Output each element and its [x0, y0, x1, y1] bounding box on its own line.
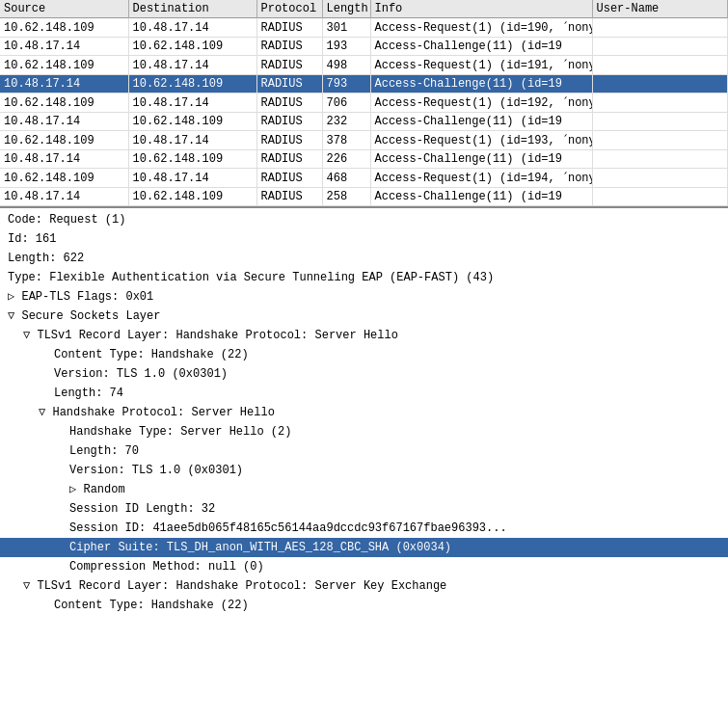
detail-line[interactable]: ▽ Secure Sockets Layer — [0, 307, 728, 326]
detail-line: Handshake Type: Server Hello (2) — [0, 422, 728, 441]
detail-line: Code: Request (1) — [0, 210, 728, 229]
table-row[interactable]: 10.48.17.1410.62.148.109RADIUS226Access-… — [0, 150, 728, 169]
detail-line: Content Type: Handshake (22) — [0, 596, 728, 615]
detail-line: Length: 74 — [0, 384, 728, 403]
detail-line[interactable]: ▷ Random — [0, 480, 728, 499]
detail-line: Version: TLS 1.0 (0x0301) — [0, 461, 728, 480]
col-header-info[interactable]: Info — [370, 0, 592, 18]
detail-line: Length: 622 — [0, 249, 728, 268]
detail-line: Content Type: Handshake (22) — [0, 345, 728, 364]
col-header-username[interactable]: User-Name — [592, 0, 728, 18]
detail-pane: Code: Request (1)Id: 161Length: 622Type:… — [0, 206, 728, 617]
col-header-protocol[interactable]: Protocol — [256, 0, 322, 18]
detail-line[interactable]: ▽ TLSv1 Record Layer: Handshake Protocol… — [0, 326, 728, 345]
detail-line: Cipher Suite: TLS_DH_anon_WITH_AES_128_C… — [0, 538, 728, 557]
col-header-dest[interactable]: Destination — [128, 0, 256, 18]
detail-line: Type: Flexible Authentication via Secure… — [0, 268, 728, 287]
detail-line[interactable]: ▷ EAP-TLS Flags: 0x01 — [0, 287, 728, 307]
table-row[interactable]: 10.48.17.1410.62.148.109RADIUS232Access-… — [0, 113, 728, 131]
detail-line: Compression Method: null (0) — [0, 557, 728, 576]
table-row[interactable]: 10.62.148.10910.48.17.14RADIUS706Access-… — [0, 93, 728, 113]
table-row[interactable]: 10.62.148.10910.48.17.14RADIUS301Access-… — [0, 18, 728, 38]
table-row[interactable]: 10.48.17.1410.62.148.109RADIUS193Access-… — [0, 38, 728, 56]
table-row[interactable]: 10.62.148.10910.48.17.14RADIUS378Access-… — [0, 131, 728, 150]
table-row[interactable]: 10.48.17.1410.62.148.109RADIUS258Access-… — [0, 188, 728, 206]
col-header-length[interactable]: Length — [322, 0, 370, 18]
detail-line: Length: 70 — [0, 441, 728, 461]
detail-line[interactable]: ▽ Handshake Protocol: Server Hello — [0, 403, 728, 422]
detail-line: Session ID Length: 32 — [0, 499, 728, 519]
detail-line[interactable]: ▽ TLSv1 Record Layer: Handshake Protocol… — [0, 576, 728, 596]
packet-list-table: Source Destination Protocol Length Info … — [0, 0, 728, 206]
col-header-source[interactable]: Source — [0, 0, 128, 18]
detail-line: Id: 161 — [0, 229, 728, 249]
table-row[interactable]: 10.62.148.10910.48.17.14RADIUS468Access-… — [0, 169, 728, 188]
table-row[interactable]: 10.62.148.10910.48.17.14RADIUS498Access-… — [0, 56, 728, 75]
table-row[interactable]: 10.48.17.1410.62.148.109RADIUS793Access-… — [0, 75, 728, 93]
table-header-row: Source Destination Protocol Length Info … — [0, 0, 728, 18]
detail-line: Version: TLS 1.0 (0x0301) — [0, 364, 728, 384]
detail-line: Session ID: 41aee5db065f48165c56144aa9dc… — [0, 519, 728, 538]
